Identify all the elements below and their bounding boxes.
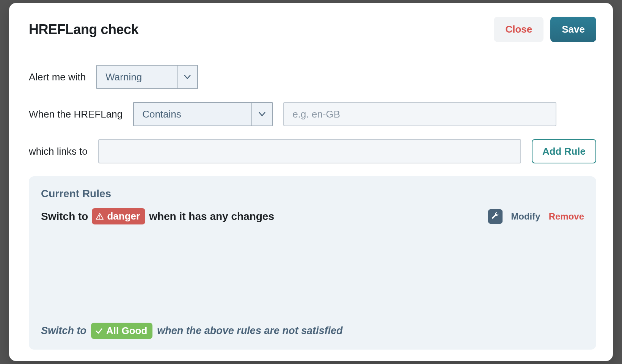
alert-row: Alert me with Warning: [29, 65, 596, 89]
add-rule-button[interactable]: Add Rule: [532, 139, 596, 163]
alert-level-select[interactable]: Warning: [96, 65, 198, 89]
chevron-down-icon: [259, 112, 265, 116]
fallback-suffix: when the above rules are not satisfied: [157, 325, 342, 337]
svg-point-1: [99, 218, 100, 218]
alert-label: Alert me with: [29, 71, 86, 83]
rule-prefix: Switch to: [41, 210, 88, 223]
current-rules-panel: Current Rules Switch to danger when it h…: [29, 176, 596, 350]
links-row: which links to Add Rule: [29, 139, 596, 163]
remove-link[interactable]: Remove: [549, 211, 584, 222]
all-good-badge: All Good: [91, 323, 152, 339]
chevron-down-icon: [184, 75, 191, 79]
current-rules-title: Current Rules: [41, 188, 584, 200]
hreflang-value-input[interactable]: [283, 102, 556, 126]
hreflang-check-modal: HREFLang check Close Save Alert me with …: [9, 3, 613, 361]
wrench-icon: [491, 212, 499, 221]
condition-caret: [251, 103, 272, 126]
modify-icon-button[interactable]: [488, 209, 503, 224]
modal-title: HREFLang check: [29, 22, 138, 38]
condition-value: Contains: [134, 103, 251, 126]
fallback-rule: Switch to All Good when the above rules …: [41, 323, 584, 339]
save-button[interactable]: Save: [550, 17, 596, 42]
modal-header: HREFLang check Close Save: [29, 17, 596, 42]
danger-badge: danger: [92, 208, 145, 224]
condition-row: When the HREFLang Contains: [29, 102, 596, 126]
close-button[interactable]: Close: [494, 17, 543, 42]
all-good-badge-label: All Good: [106, 325, 147, 337]
links-to-input[interactable]: [98, 139, 521, 163]
rule-row: Switch to danger when it has any changes…: [41, 208, 584, 224]
alert-level-value: Warning: [97, 66, 177, 88]
warning-triangle-icon: [96, 212, 104, 221]
links-label: which links to: [29, 146, 88, 157]
modify-link[interactable]: Modify: [511, 211, 540, 222]
danger-badge-label: danger: [107, 210, 140, 222]
rule-actions: Modify Remove: [488, 209, 584, 224]
condition-select[interactable]: Contains: [133, 102, 273, 126]
alert-level-caret: [177, 66, 197, 88]
rule-suffix: when it has any changes: [149, 210, 274, 223]
fallback-prefix: Switch to: [41, 325, 86, 337]
when-label: When the HREFLang: [29, 108, 123, 120]
rule-description: Switch to danger when it has any changes: [41, 208, 274, 224]
header-actions: Close Save: [494, 17, 596, 42]
check-icon: [95, 327, 103, 335]
